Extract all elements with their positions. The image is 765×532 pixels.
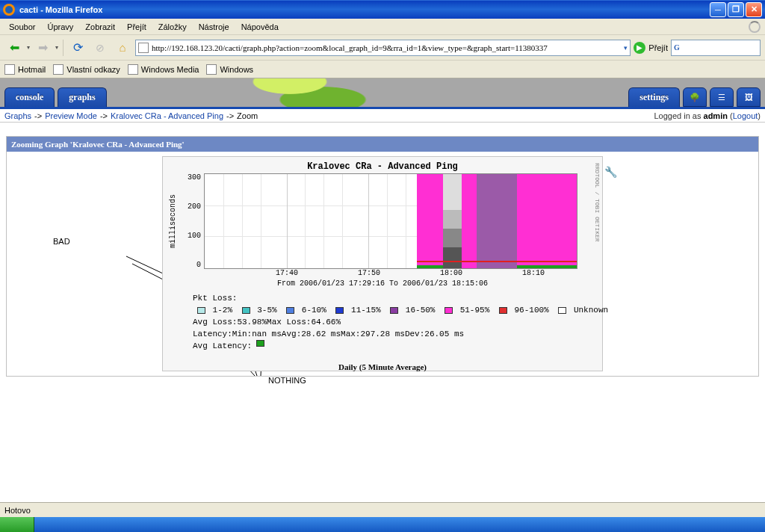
swatch: [197, 307, 205, 314]
google-icon: [674, 43, 684, 53]
stop-button[interactable]: ⊘: [90, 38, 110, 58]
windows-taskbar[interactable]: [0, 517, 765, 532]
maximize-button[interactable]: ❐: [728, 2, 744, 17]
graph-title: Kralovec CRa - Advanced Ping: [163, 157, 602, 173]
swatch: [390, 307, 398, 314]
tab-graphs[interactable]: graphs: [58, 87, 106, 107]
plot-area[interactable]: [204, 173, 577, 269]
swatch: [286, 307, 294, 314]
forward-button[interactable]: ➡: [33, 38, 52, 58]
status-bar: Hotovo: [0, 502, 765, 517]
cacti-header: console graphs settings 🌳 ☰ 🖼: [0, 78, 765, 107]
annotation-nothing: NOTHING: [268, 376, 306, 385]
separator: [63, 40, 64, 56]
y-axis-ticks: 300 200 100 0: [179, 173, 204, 269]
page-icon: [138, 43, 149, 53]
search-bar[interactable]: [671, 40, 761, 56]
throbber-icon: [749, 21, 761, 33]
url-input[interactable]: [152, 43, 621, 52]
content-area: Zooming Graph 'Kralovec CRa - Advanced P…: [0, 123, 765, 383]
cacti-logo-swoosh: [239, 78, 388, 107]
list-view-button[interactable]: ☰: [710, 87, 734, 107]
swatch-avg-latency: [256, 340, 264, 347]
close-button[interactable]: ✕: [746, 2, 762, 17]
series-redline: [417, 261, 577, 262]
bookmark-windows-media[interactable]: Windows Media: [128, 64, 199, 75]
bookmarks-toolbar: Hotmail Vlastní odkazy Windows Media Win…: [0, 61, 765, 78]
zoom-panel: Zooming Graph 'Kralovec CRa - Advanced P…: [6, 136, 759, 377]
menu-go[interactable]: Přejít: [123, 21, 151, 33]
swatch: [558, 307, 566, 314]
go-label: Přejít: [648, 43, 668, 52]
series-band: [477, 174, 518, 268]
go-button[interactable]: ▶: [634, 42, 645, 54]
y-axis-label: milliseconds: [167, 173, 179, 269]
swatch: [335, 307, 344, 314]
graph-box: 🔧 Kralovec CRa - Advanced Ping RRDTOOL /…: [162, 156, 603, 371]
page-icon: [128, 64, 138, 75]
menu-view[interactable]: Zobrazit: [81, 21, 120, 33]
breadcrumb: Graphs -> Preview Mode -> Kralovec CRa -…: [0, 109, 765, 123]
panel-header: Zooming Graph 'Kralovec CRa - Advanced P…: [7, 137, 758, 152]
x-axis-ticks: 17:40 17:50 18:00 18:10: [205, 269, 578, 279]
crumb-preview[interactable]: Preview Mode: [45, 111, 97, 120]
series-band: [443, 174, 462, 268]
status-text: Hotovo: [4, 506, 31, 515]
logged-in-status: Logged in as admin (Logout): [654, 111, 761, 120]
menubar: Soubor Úpravy Zobrazit Přejít Záložky Ná…: [0, 19, 765, 35]
series-avg-latency: [517, 265, 577, 268]
graph-legend: Pkt Loss: 1-2% 3-5% 6-10% 11-15% 16-50% …: [193, 292, 596, 352]
series-band: [462, 174, 477, 268]
panel-body: BAD NOTHING 🔧 Kralovec CRa - Advanced Pi…: [7, 152, 758, 376]
rrdtool-credit: RRDTOOL / TOBI OETIKER: [594, 163, 601, 242]
wrench-icon[interactable]: 🔧: [604, 166, 617, 179]
reload-button[interactable]: ⟳: [68, 38, 87, 58]
page-icon: [206, 64, 217, 75]
crumb-graphs[interactable]: Graphs: [4, 111, 31, 120]
graph-period: From 2006/01/23 17:29:16 To 2006/01/23 1…: [163, 279, 602, 288]
minimize-button[interactable]: ─: [710, 2, 726, 17]
menu-help[interactable]: Nápověda: [237, 21, 283, 33]
bookmark-hotmail[interactable]: Hotmail: [4, 64, 46, 75]
bookmark-vlastni-odkazy[interactable]: Vlastní odkazy: [53, 64, 120, 75]
crumb-node[interactable]: Kralovec CRa - Advanced Ping: [111, 111, 223, 120]
bookmark-windows[interactable]: Windows: [206, 64, 253, 75]
tab-settings[interactable]: settings: [628, 87, 680, 107]
series-band: [517, 174, 577, 268]
page-icon: [53, 64, 64, 75]
nav-toolbar: ⬅ ▾ ➡ ▾ ⟳ ⊘ ⌂ ▾ ▶ Přejít: [0, 35, 765, 61]
annotation-bad: BAD: [46, 234, 87, 261]
back-history-dropdown[interactable]: ▾: [27, 44, 30, 51]
preview-view-button[interactable]: 🖼: [737, 87, 761, 107]
window-title: cacti - Mozilla Firefox: [19, 5, 708, 14]
menu-tools[interactable]: Nástroje: [194, 21, 234, 33]
swatch: [242, 307, 250, 314]
series-band: [417, 174, 443, 268]
url-bar[interactable]: ▾: [135, 40, 631, 56]
page-icon: [4, 64, 15, 75]
tab-console[interactable]: console: [4, 87, 55, 107]
back-button[interactable]: ⬅: [4, 38, 24, 58]
swatch: [445, 307, 453, 314]
graph-caption: Daily (5 Minute Average): [163, 358, 602, 376]
url-dropdown[interactable]: ▾: [624, 44, 628, 52]
start-button[interactable]: [0, 517, 34, 532]
tree-view-button[interactable]: 🌳: [683, 87, 707, 107]
forward-history-dropdown[interactable]: ▾: [55, 44, 58, 51]
series-avg-latency: [417, 265, 443, 268]
menu-file[interactable]: Soubor: [4, 21, 40, 33]
logout-link[interactable]: Logout: [733, 111, 758, 120]
home-button[interactable]: ⌂: [113, 38, 132, 58]
menu-bookmarks[interactable]: Záložky: [154, 21, 191, 33]
window-titlebar: cacti - Mozilla Firefox ─ ❐ ✕: [0, 0, 765, 19]
crumb-leaf: Zoom: [237, 111, 258, 120]
menu-edit[interactable]: Úpravy: [43, 21, 78, 33]
swatch: [499, 307, 507, 314]
firefox-icon: [3, 4, 15, 16]
